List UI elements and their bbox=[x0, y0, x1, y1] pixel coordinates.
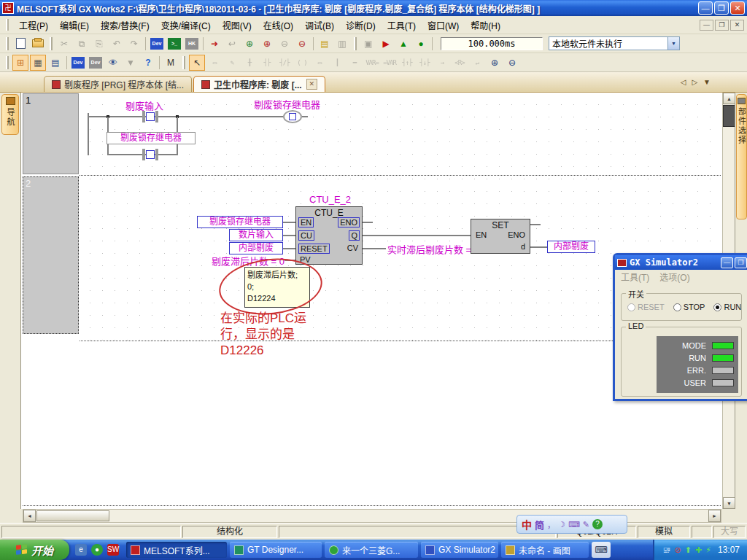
statement-button[interactable]: ▥ bbox=[334, 36, 350, 52]
set-output-operand-label[interactable]: 内部剔废 bbox=[547, 241, 595, 253]
set-function-block[interactable]: SET EN ENO d bbox=[471, 219, 530, 254]
undo-button[interactable]: ↶ bbox=[109, 36, 125, 52]
cross-reference-window-button[interactable]: ⊖ bbox=[276, 36, 293, 52]
horizontal-line-button[interactable]: ━ bbox=[347, 55, 363, 71]
restore-button[interactable]: ❐ bbox=[714, 1, 729, 15]
ime-simplified-icon[interactable]: 简 bbox=[535, 518, 544, 532]
display-format-button[interactable]: 👁 bbox=[105, 55, 121, 71]
open-contact-button[interactable]: ┤├ bbox=[259, 55, 275, 71]
simulator-menu-tools[interactable]: 工具(T) bbox=[621, 271, 649, 283]
output-label-button[interactable]: =VAR bbox=[382, 55, 398, 71]
scroll-down-button[interactable]: ▼ bbox=[723, 497, 735, 509]
line-return-button[interactable]: ↵ bbox=[469, 55, 485, 71]
simulator-menu-options[interactable]: 选项(O) bbox=[659, 271, 689, 283]
task-gx-simulator[interactable]: GX Simulator2 bbox=[421, 542, 498, 558]
jump-back-button[interactable]: ↩ bbox=[224, 36, 240, 52]
zoom-select-button[interactable]: ▼ bbox=[123, 55, 139, 71]
cv-operand-label[interactable]: 实时滞后剔废片数 = 0 bbox=[387, 242, 479, 256]
zoom-in-button[interactable]: ⊕ bbox=[487, 55, 503, 71]
jump-button[interactable]: ➜ bbox=[206, 36, 222, 52]
tab-scroll-right-button[interactable]: ▷ bbox=[692, 78, 697, 86]
menu-view[interactable]: 视图(V) bbox=[217, 17, 258, 34]
tray-antivirus-icon[interactable]: ✚ bbox=[695, 545, 702, 555]
radio-stop[interactable]: STOP bbox=[673, 303, 705, 311]
simulator-title-bar[interactable]: GX Simulator2 — ❐ bbox=[615, 255, 747, 270]
function-block-button[interactable]: ▭ bbox=[311, 55, 328, 71]
mdi-minimize-button[interactable]: — bbox=[700, 20, 713, 31]
interconnect-mode-button[interactable]: ▭ bbox=[206, 55, 222, 71]
device-use-list-button[interactable]: ⊖ bbox=[294, 36, 310, 52]
cu-operand-label[interactable]: 数片输入 bbox=[229, 229, 283, 241]
coil-latch-relay[interactable] bbox=[283, 110, 302, 123]
start-button[interactable]: 开始 bbox=[0, 540, 69, 560]
open-project-button[interactable] bbox=[30, 36, 46, 52]
cross-reference-button[interactable]: ⊕ bbox=[241, 36, 258, 52]
contact-latch-relay[interactable] bbox=[142, 149, 158, 160]
input-label-button[interactable]: VAR= bbox=[364, 55, 380, 71]
vertical-scroll-thumb[interactable] bbox=[723, 105, 735, 127]
taskbar-keyboard-button[interactable]: ⌨ bbox=[592, 542, 611, 558]
radio-run[interactable]: RUN bbox=[713, 303, 741, 311]
navigation-window-button[interactable]: ⊞ bbox=[12, 55, 28, 71]
output-window-button[interactable]: ▤ bbox=[47, 55, 63, 71]
simulation-stop-button[interactable]: ▣ bbox=[360, 36, 376, 52]
device-comment-display-button[interactable]: Dev bbox=[70, 55, 86, 71]
radio-reset[interactable]: RESET bbox=[627, 303, 665, 311]
tab-program-body[interactable]: 剔废程序 [PRG] 程序本体 [结... bbox=[44, 76, 192, 92]
simulator-minimize-button[interactable]: — bbox=[721, 257, 733, 268]
rising-pulse-button[interactable]: ┤↑├ bbox=[399, 55, 415, 71]
minimize-button[interactable]: — bbox=[698, 1, 713, 15]
falling-pulse-button[interactable]: ┤↓├ bbox=[417, 55, 433, 71]
menu-diagnostics[interactable]: 诊断(D) bbox=[340, 17, 382, 34]
ime-help-icon[interactable]: ? bbox=[592, 519, 603, 529]
task-browser[interactable]: 来一个三菱G... bbox=[325, 542, 418, 558]
tray-shield-icon[interactable]: ⚡ bbox=[705, 545, 711, 555]
return-button[interactable]: <R> bbox=[452, 55, 468, 71]
cut-button[interactable]: ✂ bbox=[56, 36, 72, 52]
navigation-dock-tab[interactable]: 导航 bbox=[1, 94, 19, 135]
element-selection-window-button[interactable]: ▦ bbox=[30, 55, 46, 71]
guided-mode-button[interactable]: ✎ bbox=[224, 55, 240, 71]
tray-disabled-icon[interactable]: ⊘ bbox=[675, 545, 681, 555]
ctu-function-block[interactable]: CTU_E EN CU RESET PV ENO Q CV bbox=[295, 206, 363, 265]
paste-button[interactable]: ⎘ bbox=[91, 36, 107, 52]
ime-chinese-icon[interactable]: 中 bbox=[522, 517, 532, 532]
device-display-button[interactable]: Dev bbox=[88, 55, 104, 71]
quicklaunch-browser-icon[interactable]: e bbox=[75, 544, 87, 556]
tab-scroll-left-button[interactable]: ◁ bbox=[681, 78, 686, 86]
tab-list-button[interactable]: ▼ bbox=[703, 78, 711, 86]
select-mode-button[interactable]: ↖ bbox=[189, 55, 205, 71]
zoom-out-button[interactable]: ⊖ bbox=[504, 55, 520, 71]
task-paint[interactable]: 未命名 - 画图 bbox=[501, 542, 589, 558]
tab-close-button[interactable]: ✕ bbox=[306, 79, 317, 90]
closed-contact-button[interactable]: ┤/├ bbox=[276, 55, 293, 71]
rung-2-margin[interactable]: 2 bbox=[23, 176, 79, 334]
ime-softkeyboard-icon[interactable]: ⌨ bbox=[568, 520, 580, 529]
menu-online[interactable]: 在线(O) bbox=[258, 17, 299, 34]
ime-language-bar[interactable]: 中 简 ， ☽ ⌨ ✎ ? bbox=[516, 515, 627, 534]
scroll-up-button[interactable]: ▲ bbox=[723, 93, 735, 104]
element-selection-dock-tab[interactable]: 部件选择 bbox=[736, 94, 747, 219]
reset-operand-label[interactable]: 内部剔废 bbox=[229, 242, 283, 254]
gx-simulator2-window[interactable]: GX Simulator2 — ❐ 工具(T) 选项(O) 开关 RESET S… bbox=[613, 253, 747, 401]
new-project-button[interactable] bbox=[12, 36, 28, 52]
jump-label-button[interactable]: → bbox=[434, 55, 450, 71]
task-melsoft[interactable]: MELSOFT系列... bbox=[126, 542, 227, 558]
menu-help[interactable]: 帮助(H) bbox=[465, 17, 506, 34]
close-button[interactable]: ✕ bbox=[730, 1, 745, 15]
combo-dropdown-icon[interactable]: ▼ bbox=[667, 37, 679, 50]
redo-button[interactable]: ↷ bbox=[126, 36, 142, 52]
horizontal-scroll-thumb[interactable] bbox=[36, 510, 109, 521]
menu-project[interactable]: 工程(P) bbox=[13, 17, 54, 34]
quicklaunch-sw-icon[interactable]: SW bbox=[107, 544, 119, 556]
copy-button[interactable]: ⧉ bbox=[74, 36, 90, 52]
coil-button[interactable]: ( ) bbox=[294, 55, 310, 71]
task-gt-designer[interactable]: GT Designer... bbox=[230, 542, 322, 558]
menu-edit[interactable]: 编辑(E) bbox=[54, 17, 95, 34]
mdi-close-button[interactable]: ✕ bbox=[730, 20, 744, 31]
ime-punctuation-icon[interactable]: ， bbox=[547, 518, 555, 530]
en-operand-label[interactable]: 剔废锁存继电器 bbox=[197, 216, 283, 228]
scroll-right-button[interactable]: ► bbox=[708, 510, 721, 522]
device-status-combobox[interactable]: 本地软元件未执行 ▼ bbox=[549, 36, 680, 50]
menu-window[interactable]: 窗口(W) bbox=[422, 17, 465, 34]
